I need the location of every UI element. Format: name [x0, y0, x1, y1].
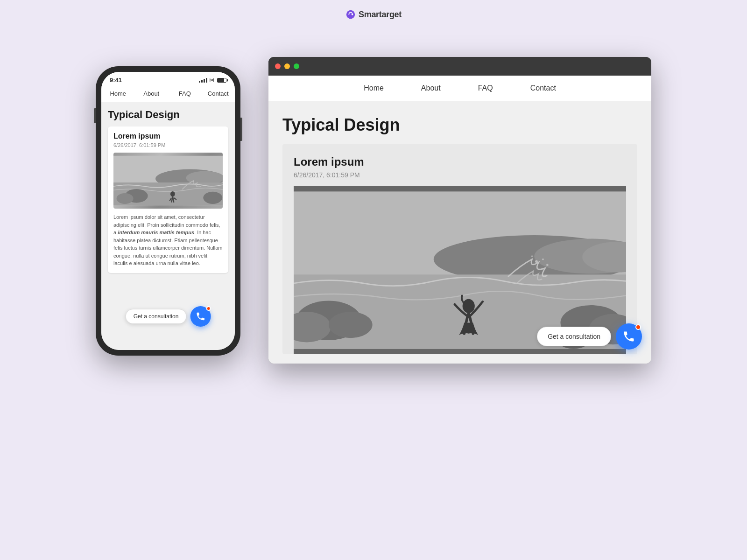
browser-page: Typical Design Lorem ipsum 6/26/2017, 6:… — [268, 101, 651, 364]
phone-status-icons: ⋈ — [199, 77, 226, 83]
svg-point-9 — [170, 191, 175, 196]
phone-nav-faq[interactable]: FAQ — [168, 88, 202, 99]
svg-point-26 — [535, 260, 538, 263]
browser-cta-bubble[interactable]: Get a consultation — [537, 327, 611, 346]
browser-nav: Home About FAQ Contact — [268, 76, 651, 101]
browser-card-title: Lorem ipsum — [294, 155, 626, 168]
phone-beach-scene — [113, 153, 223, 209]
phone-frame: 9:41 ⋈ — [96, 66, 240, 356]
phone-card-body: Lorem ipsum dolor sit amet, consectetur … — [113, 213, 223, 267]
svg-point-21 — [329, 312, 373, 338]
svg-point-0 — [346, 10, 355, 19]
browser-nav-contact[interactable]: Contact — [512, 80, 575, 96]
logo-icon — [345, 9, 356, 20]
phone-nav-contact[interactable]: Contact — [202, 88, 235, 99]
svg-point-7 — [117, 193, 134, 204]
svg-point-1 — [352, 14, 353, 15]
main-content: 9:41 ⋈ — [0, 57, 747, 364]
phone-nav: Home About FAQ Contact — [101, 85, 235, 102]
phone-status-bar: 9:41 ⋈ — [101, 72, 235, 85]
phone-card: Lorem ipsum 6/26/2017, 6:01:59 PM — [108, 126, 228, 273]
browser-fab-button[interactable] — [616, 323, 642, 350]
phone-page-title: Typical Design — [108, 109, 228, 121]
svg-point-28 — [531, 255, 533, 257]
browser-fab-notification — [635, 324, 641, 330]
phone-fab-notification — [206, 306, 211, 311]
signal-icon — [199, 78, 207, 83]
phone-call-icon — [622, 330, 635, 343]
svg-point-29 — [546, 264, 549, 266]
browser-card-date: 6/26/2017, 6:01:59 PM — [294, 171, 626, 179]
phone-card-image — [113, 153, 223, 209]
phone-nav-about[interactable]: About — [135, 88, 169, 99]
phone-cta-bubble[interactable]: Get a consultation — [126, 309, 187, 324]
svg-point-25 — [463, 299, 475, 313]
phone-mockup: 9:41 ⋈ — [96, 66, 240, 356]
browser-content: Home About FAQ Contact Typical Design Lo… — [268, 76, 651, 364]
wifi-icon: ⋈ — [209, 77, 214, 83]
svg-point-8 — [203, 192, 222, 204]
phone-nav-home[interactable]: Home — [101, 88, 135, 99]
phone-fab-button[interactable] — [190, 306, 211, 327]
browser-cta-area: Get a consultation — [537, 323, 642, 350]
browser-minimize-dot[interactable] — [284, 63, 290, 69]
browser-mockup: Home About FAQ Contact Typical Design Lo… — [268, 57, 651, 364]
browser-close-dot[interactable] — [275, 63, 281, 69]
browser-page-title: Typical Design — [282, 115, 637, 135]
browser-nav-faq[interactable]: FAQ — [459, 80, 512, 96]
phone-icon — [195, 311, 205, 322]
battery-icon — [217, 78, 226, 83]
phone-time: 9:41 — [110, 77, 122, 84]
phone-screen: 9:41 ⋈ — [101, 72, 235, 350]
browser-nav-about[interactable]: About — [402, 80, 459, 96]
svg-point-27 — [542, 259, 544, 260]
phone-card-date: 6/26/2017, 6:01:59 PM — [113, 142, 223, 148]
browser-titlebar — [268, 57, 651, 76]
phone-card-title: Lorem ipsum — [113, 132, 223, 140]
browser-maximize-dot[interactable] — [294, 63, 299, 69]
logo: Smartarget — [345, 9, 402, 20]
phone-cta-area: Get a consultation — [126, 306, 211, 327]
browser-card: Lorem ipsum 6/26/2017, 6:01:59 PM — [282, 144, 637, 354]
browser-nav-home[interactable]: Home — [345, 80, 402, 96]
logo-text: Smartarget — [359, 10, 402, 20]
